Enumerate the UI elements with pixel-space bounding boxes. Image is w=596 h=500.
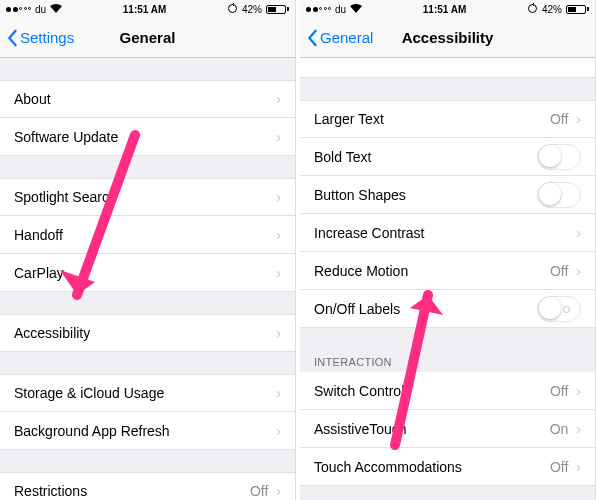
- row-about[interactable]: About ›: [0, 80, 295, 118]
- chevron-right-icon: ›: [276, 129, 281, 145]
- nav-bar: Settings General: [0, 18, 295, 58]
- chevron-right-icon: ›: [276, 325, 281, 341]
- chevron-right-icon: ›: [576, 383, 581, 399]
- wifi-icon: [350, 4, 362, 15]
- row-label: Storage & iCloud Usage: [14, 385, 276, 401]
- chevron-right-icon: ›: [276, 189, 281, 205]
- section-header-interaction: INTERACTION: [300, 350, 595, 372]
- switch-off-icon[interactable]: [537, 144, 581, 170]
- chevron-right-icon: ›: [576, 111, 581, 127]
- row-larger-text[interactable]: Larger Text Off ›: [300, 100, 595, 138]
- status-time: 11:51 AM: [423, 4, 467, 15]
- row-label: Accessibility: [14, 325, 276, 341]
- row-label: CarPlay: [14, 265, 276, 281]
- chevron-right-icon: ›: [576, 459, 581, 475]
- chevron-left-icon: [306, 29, 318, 47]
- accessibility-screen: du 11:51 AM 42% General Accessibility Sp…: [300, 0, 596, 500]
- row-label: Bold Text: [314, 149, 537, 165]
- back-button[interactable]: General: [306, 29, 373, 47]
- orientation-lock-icon: [227, 3, 238, 16]
- row-label: On/Off Labels: [314, 301, 537, 317]
- back-label: General: [320, 29, 373, 46]
- row-spotlight-search[interactable]: Spotlight Search ›: [0, 178, 295, 216]
- chevron-right-icon: ›: [276, 227, 281, 243]
- chevron-right-icon: ›: [576, 225, 581, 241]
- status-bar: du 11:51 AM 42%: [300, 0, 595, 18]
- carrier-label: du: [35, 4, 46, 15]
- row-switch-control[interactable]: Switch Control Off ›: [300, 372, 595, 410]
- row-label: Switch Control: [314, 383, 550, 399]
- switch-off-icon[interactable]: [537, 182, 581, 208]
- row-detail: Off: [550, 459, 568, 475]
- row-reduce-motion[interactable]: Reduce Motion Off ›: [300, 252, 595, 290]
- battery-pct: 42%: [242, 4, 262, 15]
- row-detail: Off: [550, 111, 568, 127]
- row-label: Spotlight Search: [14, 189, 276, 205]
- row-accessibility[interactable]: Accessibility ›: [0, 314, 295, 352]
- row-label: About: [14, 91, 276, 107]
- row-label: AssistiveTouch: [314, 421, 550, 437]
- battery-pct: 42%: [542, 4, 562, 15]
- signal-dots-icon: [306, 7, 331, 12]
- row-detail: Off: [250, 483, 268, 499]
- row-detail: Off: [550, 263, 568, 279]
- row-detail: On: [550, 421, 569, 437]
- row-increase-contrast[interactable]: Increase Contrast ›: [300, 214, 595, 252]
- general-settings-screen: du 11:51 AM 42% Settings General About: [0, 0, 296, 500]
- carrier-label: du: [335, 4, 346, 15]
- nav-bar: General Accessibility: [300, 18, 595, 58]
- row-label: Software Update: [14, 129, 276, 145]
- battery-icon: [266, 5, 289, 14]
- row-label: Touch Accommodations: [314, 459, 550, 475]
- settings-list[interactable]: About › Software Update › Spotlight Sear…: [0, 58, 295, 500]
- row-background-app-refresh[interactable]: Background App Refresh ›: [0, 412, 295, 450]
- row-label: Increase Contrast: [314, 225, 576, 241]
- chevron-right-icon: ›: [576, 263, 581, 279]
- back-label: Settings: [20, 29, 74, 46]
- row-assistive-touch[interactable]: AssistiveTouch On ›: [300, 410, 595, 448]
- status-time: 11:51 AM: [123, 4, 167, 15]
- chevron-right-icon: ›: [276, 423, 281, 439]
- row-carplay[interactable]: CarPlay ›: [0, 254, 295, 292]
- row-label: Larger Text: [314, 111, 550, 127]
- row-bold-text[interactable]: Bold Text: [300, 138, 595, 176]
- svg-point-1: [528, 4, 536, 12]
- row-software-update[interactable]: Software Update ›: [0, 118, 295, 156]
- chevron-right-icon: ›: [576, 421, 581, 437]
- svg-point-0: [228, 4, 236, 12]
- signal-dots-icon: [6, 7, 31, 12]
- row-detail: Off: [550, 383, 568, 399]
- wifi-icon: [50, 4, 62, 15]
- row-storage-icloud[interactable]: Storage & iCloud Usage ›: [0, 374, 295, 412]
- row-touch-accommodations[interactable]: Touch Accommodations Off ›: [300, 448, 595, 486]
- battery-icon: [566, 5, 589, 14]
- chevron-right-icon: ›: [276, 91, 281, 107]
- chevron-right-icon: ›: [276, 385, 281, 401]
- row-handoff[interactable]: Handoff ›: [0, 216, 295, 254]
- row-button-shapes[interactable]: Button Shapes: [300, 176, 595, 214]
- switch-off-icon[interactable]: [537, 296, 581, 322]
- chevron-right-icon: ›: [276, 483, 281, 499]
- row-label: Handoff: [14, 227, 276, 243]
- row-speech[interactable]: Speech ›: [300, 58, 595, 78]
- row-restrictions[interactable]: Restrictions Off ›: [0, 472, 295, 500]
- back-button[interactable]: Settings: [6, 29, 74, 47]
- row-label: Reduce Motion: [314, 263, 550, 279]
- row-label: Button Shapes: [314, 187, 537, 203]
- row-onoff-labels[interactable]: On/Off Labels: [300, 290, 595, 328]
- chevron-left-icon: [6, 29, 18, 47]
- accessibility-list[interactable]: Speech › Larger Text Off › Bold Text But…: [300, 58, 595, 500]
- status-bar: du 11:51 AM 42%: [0, 0, 295, 18]
- chevron-right-icon: ›: [276, 265, 281, 281]
- row-label: Restrictions: [14, 483, 250, 499]
- orientation-lock-icon: [527, 3, 538, 16]
- row-label: Background App Refresh: [14, 423, 276, 439]
